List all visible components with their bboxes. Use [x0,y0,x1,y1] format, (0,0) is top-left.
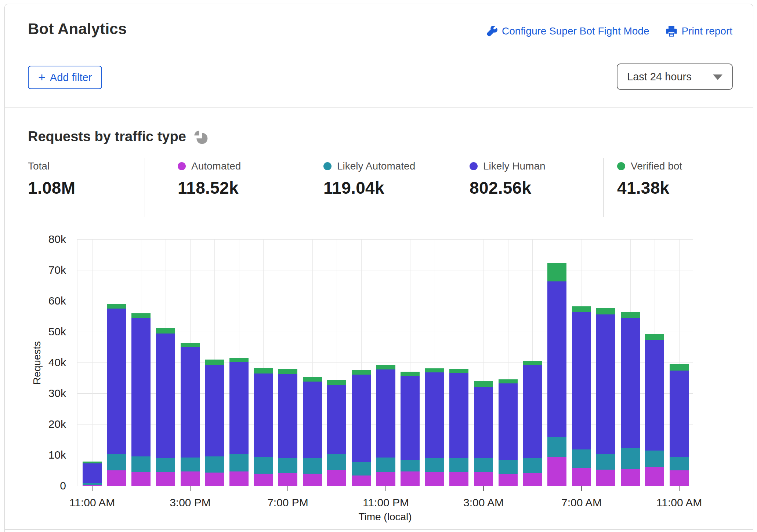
stacked-bar-10-00-am[interactable] [645,240,664,486]
x-axis-tick-mark [581,486,582,491]
bar-segment-automated [303,474,322,486]
stacked-bar-12-00-am[interactable] [401,240,420,486]
bar-segment-likely-human [449,373,468,459]
bar-segment-automated [278,473,297,486]
bar-segment-likely-automated [181,458,200,471]
bar-segment-automated [474,472,493,486]
chevron-down-icon [713,74,722,80]
bar-segment-automated [670,470,689,486]
x-axis-tick-mark [483,486,484,491]
bar-segment-automated [254,474,273,486]
stacked-bar-6-00-am[interactable] [547,240,566,486]
bar-segment-likely-automated [596,454,615,470]
stat-divider [455,158,455,217]
stacked-bar-5-00-am[interactable] [523,240,542,486]
x-axis-title: Time (local) [341,511,429,523]
stacked-bar-3-00-am[interactable] [474,240,493,486]
bar-segment-likely-human [547,281,566,437]
bar-segment-likely-automated [572,449,591,468]
legend-dot-likely-human [470,162,478,170]
stacked-bar-11-00-am[interactable] [83,240,102,486]
plot-area [77,240,693,486]
stacked-bar-11-00-am[interactable] [670,240,689,486]
stacked-bar-1-00-pm[interactable] [131,240,151,486]
y-axis-tick-label: 60k [7,295,66,307]
bar-segment-automated [376,472,395,486]
y-axis-tick-label: 80k [7,233,66,245]
bar-segment-verified-bot [425,368,444,372]
bar-segment-likely-human [254,374,273,457]
stacked-bar-6-00-pm[interactable] [254,240,273,486]
configure-super-bot-fight-mode-link[interactable]: Configure Super Bot Fight Mode [486,25,649,37]
bar-segment-automated [596,470,615,486]
bar-segment-verified-bot [401,372,420,376]
bar-segment-likely-automated [425,458,444,472]
stacked-bar-9-00-pm[interactable] [327,240,346,486]
bottom-divider [5,529,753,530]
bar-segment-likely-automated [352,462,371,475]
print-report-link[interactable]: Print report [666,25,733,37]
bar-segment-likely-automated [547,437,566,457]
bar-segment-automated [621,469,640,486]
stacked-bar-7-00-pm[interactable] [278,240,297,486]
add-filter-button[interactable]: + Add filter [28,66,102,89]
bar-segment-likely-automated [156,458,175,473]
stacked-bar-5-00-pm[interactable] [229,240,249,486]
bar-segment-verified-bot [303,377,322,382]
y-axis-tick-label: 0 [7,480,66,492]
stacked-bar-12-00-pm[interactable] [107,240,126,486]
stacked-bar-11-00-pm[interactable] [376,240,395,486]
bar-segment-likely-automated [131,456,151,472]
bar-segment-automated [107,470,126,486]
stacked-bar-2-00-am[interactable] [449,240,468,486]
time-range-value: Last 24 hours [627,71,692,83]
stat-total-value: 1.08M [28,178,75,198]
stat-likely-human[interactable]: Likely Human 802.56k [470,158,546,198]
stacked-bar-4-00-am[interactable] [499,240,518,486]
time-range-select[interactable]: Last 24 hours [617,63,733,90]
stacked-bar-4-00-pm[interactable] [205,240,224,486]
y-axis: 010k20k30k40k50k60k70k80k [5,228,71,529]
bar-segment-verified-bot [107,304,126,309]
bar-segment-likely-automated [670,457,689,470]
bar-segment-verified-bot [352,370,371,375]
bar-segment-verified-bot [596,308,615,315]
bar-segment-likely-human [621,318,640,448]
bar-segment-automated [205,473,224,486]
stacked-bar-8-00-am[interactable] [596,240,615,486]
printer-icon [666,25,677,37]
stacked-bar-1-00-am[interactable] [425,240,444,486]
bar-segment-verified-bot [376,365,395,369]
stacked-bar-3-00-pm[interactable] [181,240,200,486]
pie-chart-icon[interactable] [193,129,208,145]
bar-segment-verified-bot [645,334,664,340]
stat-automated[interactable]: Automated 118.52k [178,158,241,198]
bar-segment-verified-bot [254,368,273,373]
bar-segment-likely-human [229,362,249,454]
stacked-bar-2-00-pm[interactable] [156,240,175,486]
stat-total[interactable]: Total 1.08M [28,158,75,198]
stacked-bar-8-00-pm[interactable] [303,240,322,486]
bar-segment-verified-bot [131,313,151,318]
bar-segment-likely-automated [523,458,542,473]
bar-segment-likely-automated [303,458,322,474]
stat-verified-bot[interactable]: Verified bot 41.38k [617,158,682,198]
bar-segment-verified-bot [474,381,493,387]
bar-segment-likely-automated [621,448,640,469]
x-axis-tick-label: 11:00 AM [635,496,723,509]
x-axis-tick-mark [385,486,386,491]
stacked-bar-9-00-am[interactable] [621,240,640,486]
bar-segment-automated [499,474,518,486]
bar-segment-automated [131,472,151,486]
x-axis-tick-label: 11:00 AM [48,496,136,509]
stat-automated-value: 118.52k [178,178,241,198]
legend-dot-automated [178,162,186,170]
bar-segment-likely-automated [254,457,273,474]
stat-likely-automated[interactable]: Likely Automated 119.04k [323,158,415,198]
plus-icon: + [38,71,46,83]
page-title: Bot Analytics [28,20,127,38]
x-axis-tick-mark [287,486,288,491]
stacked-bar-7-00-am[interactable] [572,240,591,486]
legend-dot-likely-automated [323,162,332,170]
stacked-bar-10-00-pm[interactable] [352,240,371,486]
